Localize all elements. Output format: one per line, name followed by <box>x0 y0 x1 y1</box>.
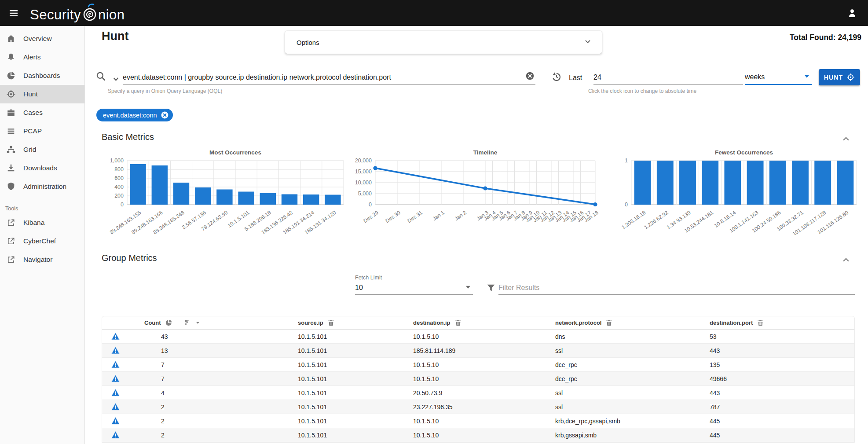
sidebar-tool-label: Kibana <box>23 219 44 227</box>
sidebar-item-pcap[interactable]: PCAP <box>0 122 84 140</box>
warning-triangle-icon[interactable] <box>111 430 120 440</box>
column-label: destination.port <box>710 319 753 326</box>
cell-network.protocol: ssl <box>555 347 710 354</box>
sidebar-item-overview[interactable]: Overview <box>0 29 84 48</box>
basic-metrics-collapse-icon[interactable] <box>842 135 850 145</box>
query-input[interactable] <box>123 73 523 81</box>
sidebar-item-label: Cases <box>23 109 43 117</box>
cell-destination.port: 53 <box>710 333 854 340</box>
warning-triangle-icon[interactable] <box>111 332 120 341</box>
svg-text:Dec 29: Dec 29 <box>363 209 380 224</box>
svg-text:Fewest Occurrences: Fewest Occurrences <box>715 149 773 156</box>
hamburger-menu-icon[interactable] <box>4 3 24 23</box>
warning-triangle-icon[interactable] <box>111 402 120 411</box>
search-icon <box>95 71 106 84</box>
sidebar-item-cases[interactable]: Cases <box>0 103 84 122</box>
warning-triangle-icon[interactable] <box>111 388 120 397</box>
svg-text:0: 0 <box>625 202 628 208</box>
app-bar: Security nion <box>0 0 868 26</box>
cell-count: 43 <box>161 333 298 340</box>
trash-icon[interactable] <box>605 319 613 327</box>
user-account-icon[interactable] <box>843 4 861 22</box>
time-unit-select[interactable]: weeks <box>745 70 812 85</box>
brand-text-prefix: Security <box>30 7 81 23</box>
column-header-count[interactable]: Count <box>102 319 298 327</box>
total-found-count: Total Found: 24,199 <box>790 33 861 42</box>
group-flow-icon[interactable] <box>183 319 190 327</box>
pie-icon <box>6 71 16 81</box>
svg-text:1.203.16.18: 1.203.16.18 <box>620 209 647 231</box>
cell-network.protocol: ssl <box>555 404 710 411</box>
sidebar-nav: OverviewAlertsDashboardsHuntCasesPCAPGri… <box>0 26 85 444</box>
sidebar-tool-label: Navigator <box>23 256 52 264</box>
fewest-occurrences-chart: Fewest Occurrences011.203.16.181.226.62.… <box>610 145 861 235</box>
sidebar-tool-label: CyberChef <box>23 237 56 245</box>
column-header-destination.ip[interactable]: destination.ip <box>413 319 555 327</box>
cell-count: 13 <box>161 347 298 354</box>
table-row[interactable]: 710.1.5.10110.1.5.10dce_rpc49666 <box>102 372 854 386</box>
cell-destination.ip: 10.1.5.10 <box>413 361 555 368</box>
cell-count: 4 <box>161 389 298 396</box>
column-header-source.ip[interactable]: source.ip <box>298 319 413 327</box>
table-row[interactable]: 1310.1.5.101185.81.114.189ssl443 <box>102 344 854 358</box>
warning-triangle-icon[interactable] <box>111 374 120 383</box>
filter-chip-label: event.dataset:conn <box>103 112 157 119</box>
sidebar-item-label: PCAP <box>23 127 42 135</box>
cell-count: 7 <box>161 375 298 382</box>
query-history-chevron-icon[interactable] <box>112 75 120 84</box>
clear-query-icon[interactable] <box>525 71 535 82</box>
trash-icon[interactable] <box>757 319 764 327</box>
external-link-icon <box>6 237 16 246</box>
cell-destination.port: 49666 <box>710 375 854 382</box>
fetch-limit-label: Fetch Limit <box>355 275 382 281</box>
cell-count: 2 <box>161 404 298 411</box>
filter-chip[interactable]: event.dataset:conn <box>96 109 173 121</box>
sidebar-item-alerts[interactable]: Alerts <box>0 48 84 66</box>
sidebar-item-dashboards[interactable]: Dashboards <box>0 66 84 85</box>
trash-icon[interactable] <box>454 319 462 327</box>
pie-chart-toggle-icon[interactable] <box>165 319 172 327</box>
cell-source.ip: 10.1.5.101 <box>298 418 413 425</box>
caret-down-icon <box>463 282 473 294</box>
sidebar-tool-kibana[interactable]: Kibana <box>0 213 84 232</box>
sidebar-items: OverviewAlertsDashboardsHuntCasesPCAPGri… <box>0 29 84 196</box>
group-metrics-collapse-icon[interactable] <box>842 256 850 266</box>
warning-triangle-icon[interactable] <box>111 416 120 426</box>
sidebar-item-grid[interactable]: Grid <box>0 140 84 159</box>
cell-source.ip: 10.1.5.101 <box>298 432 413 439</box>
sidebar-item-downloads[interactable]: Downloads <box>0 159 84 177</box>
hunt-button[interactable]: HUNT <box>819 69 860 85</box>
table-row[interactable]: 210.1.5.10123.227.196.35ssl787 <box>102 400 854 414</box>
cell-network.protocol: dce_rpc <box>555 361 710 368</box>
trash-icon[interactable] <box>327 319 335 327</box>
cell-network.protocol: ssl <box>555 389 710 396</box>
options-dropdown[interactable]: Options <box>285 31 602 54</box>
cell-source.ip: 10.1.5.101 <box>298 347 413 354</box>
relative-time-history-icon[interactable] <box>551 71 562 84</box>
table-row[interactable]: 210.1.5.10110.1.5.10krb,dce_rpc,gssapi,s… <box>102 414 854 428</box>
sidebar-tool-cyberchef[interactable]: CyberChef <box>0 232 84 250</box>
column-header-destination.port[interactable]: destination.port <box>710 319 854 327</box>
cell-source.ip: 10.1.5.101 <box>298 389 413 396</box>
caret-down-icon[interactable] <box>194 319 201 326</box>
warning-triangle-icon[interactable] <box>111 346 120 355</box>
table-row[interactable]: 410.1.5.10120.50.73.9ssl443 <box>102 386 854 400</box>
table-row[interactable]: 210.1.5.10110.1.5.10krb,gssapi,smb445 <box>102 428 854 442</box>
svg-text:800: 800 <box>114 166 124 172</box>
download-icon <box>6 163 16 173</box>
warning-triangle-icon[interactable] <box>111 360 120 369</box>
table-row[interactable]: 710.1.5.10110.1.5.10dce_rpc135 <box>102 358 854 372</box>
fetch-limit-select[interactable]: 10 <box>355 281 473 295</box>
sidebar-item-hunt[interactable]: Hunt <box>0 85 84 103</box>
table-row[interactable]: 4310.1.5.10110.1.5.10dns53 <box>102 330 854 344</box>
chip-close-icon[interactable] <box>161 111 169 119</box>
sidebar-tool-navigator[interactable]: Navigator <box>0 250 84 269</box>
sidebar-item-administration[interactable]: Administration <box>0 177 84 196</box>
filter-results-field <box>498 281 855 295</box>
filter-results-input[interactable] <box>498 281 855 294</box>
column-header-network.protocol[interactable]: network.protocol <box>555 319 710 327</box>
cell-destination.port: 443 <box>710 389 854 396</box>
duration-input[interactable] <box>593 70 743 84</box>
sitemap-icon <box>6 145 16 154</box>
time-hint: Click the clock icon to change to absolu… <box>588 88 696 94</box>
